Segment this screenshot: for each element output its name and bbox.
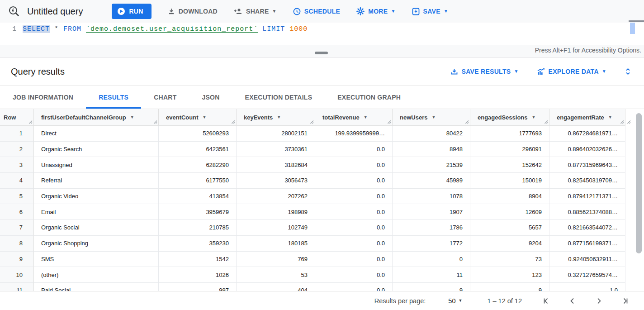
column-resize-handle[interactable] — [153, 119, 157, 124]
sort-caret-icon[interactable]: ▼ — [431, 115, 436, 119]
tab-chart[interactable]: CHART — [141, 86, 189, 109]
last-page-button[interactable] — [620, 296, 630, 306]
column-resize-handle[interactable] — [626, 119, 631, 124]
explore-data-button[interactable]: EXPLORE DATA ▼ — [537, 68, 606, 75]
next-page-button[interactable] — [593, 296, 604, 306]
tab-job-information[interactable]: JOB INFORMATION — [0, 86, 86, 109]
sort-caret-icon[interactable]: ▼ — [608, 115, 612, 119]
column-resize-handle[interactable] — [231, 119, 235, 124]
column-header-totalrevenue[interactable]: totalRevenue▼ — [315, 109, 393, 126]
sql-token — [50, 25, 54, 33]
column-header-engagedsessions[interactable]: engagedSessions▼ — [470, 109, 549, 126]
editor-toolbar: Untitled query RUN DOWNLOAD SHARE ▼ — [0, 0, 644, 23]
sort-caret-icon[interactable]: ▼ — [130, 115, 134, 119]
table-scrollbar[interactable] — [636, 113, 642, 253]
tab-execution-graph[interactable]: EXECUTION GRAPH — [325, 86, 413, 109]
table-row[interactable]: 10(other)1026530.0111230.327127659574… — [0, 267, 625, 283]
table-cell: 6423561 — [159, 142, 237, 157]
prev-page-button[interactable] — [567, 296, 578, 306]
table-row[interactable]: 11Paid Social9974040.0991.0 — [0, 283, 625, 291]
table-cell: 102749 — [237, 220, 315, 236]
column-resize-handle[interactable] — [464, 119, 469, 124]
table-cell: Email — [34, 204, 159, 220]
table-cell: Organic Shopping — [34, 236, 159, 252]
column-header-eventcount[interactable]: eventCount▼ — [159, 109, 237, 126]
share-button[interactable]: SHARE ▼ — [234, 8, 277, 15]
sql-token — [258, 25, 262, 33]
column-header-row[interactable]: Row — [0, 109, 34, 126]
table-cell: 1907 — [393, 204, 470, 220]
column-resize-handle[interactable] — [620, 119, 624, 124]
first-page-button[interactable] — [541, 296, 552, 306]
table-cell: 53 — [237, 267, 315, 283]
table-cell: 0.0 — [315, 220, 393, 236]
chevron-down-icon: ▼ — [458, 299, 462, 303]
column-header-engagementrate[interactable]: engagementRate▼ — [549, 109, 625, 126]
table-cell: Referral — [34, 173, 159, 189]
row-number: 7 — [0, 220, 34, 236]
table-cell: 150019 — [470, 173, 549, 189]
table-cell: 3730361 — [237, 142, 315, 157]
tab-results[interactable]: RESULTS — [86, 86, 141, 109]
table-row[interactable]: 2Organic Search642356137303610.089482960… — [0, 142, 625, 157]
schedule-button[interactable]: SCHEDULE — [293, 8, 340, 15]
column-header-firstuserdefaultchannelgroup[interactable]: firstUserDefaultChannelGroup▼ — [34, 109, 159, 126]
table-cell: 5657 — [470, 220, 549, 236]
table-cell: 0.0 — [315, 283, 393, 291]
table-cell: 207262 — [237, 189, 315, 205]
save-button[interactable]: SAVE ▼ — [412, 8, 449, 15]
column-header-newusers[interactable]: newUsers▼ — [393, 109, 470, 126]
table-cell: 0.879412171371… — [549, 189, 625, 205]
sort-caret-icon[interactable]: ▼ — [532, 115, 536, 119]
column-resize-handle[interactable] — [309, 119, 314, 124]
tab-execution-details[interactable]: EXECUTION DETAILS — [232, 86, 325, 109]
table-row[interactable]: 7Organic Social2107851027490.0178656570.… — [0, 220, 625, 236]
table-cell: 9204 — [470, 236, 549, 252]
tab-json[interactable]: JSON — [189, 86, 232, 109]
table-row[interactable]: 5Organic Video4138542072620.0107889040.8… — [0, 189, 625, 205]
page-size-select[interactable]: 50 ▼ — [448, 297, 462, 305]
table-cell: 52609293 — [159, 126, 237, 142]
first-page-icon — [543, 297, 550, 305]
column-resize-handle[interactable] — [544, 119, 548, 124]
save-results-button[interactable]: SAVE RESULTS ▼ — [450, 68, 519, 76]
table-cell: Organic Search — [34, 142, 159, 157]
run-button[interactable]: RUN — [112, 4, 151, 19]
explore-data-chart-icon — [537, 68, 545, 75]
table-row[interactable]: 8Organic Shopping3592301801850.017729204… — [0, 236, 625, 252]
table-row[interactable]: 1Direct5260929328002151199.9399959999…80… — [0, 126, 625, 142]
sql-token[interactable]: `demo.demoset.user_acquisition_report` — [86, 25, 258, 33]
more-button[interactable]: MORE ▼ — [356, 7, 395, 15]
column-resize-handle[interactable] — [387, 119, 391, 124]
sort-caret-icon[interactable]: ▼ — [277, 115, 281, 119]
expand-results-button[interactable] — [625, 67, 631, 76]
editor-scrollbar[interactable] — [630, 23, 635, 34]
chevron-down-icon: ▼ — [272, 9, 277, 14]
table-cell: 0.877315969643… — [549, 157, 625, 173]
table-row[interactable]: 3Unassigned628229031826840.0215391526420… — [0, 157, 625, 173]
table-cell: Unassigned — [34, 157, 159, 173]
sql-token: FROM — [63, 25, 81, 33]
table-row[interactable]: 9SMS15427690.00730.924050632911… — [0, 252, 625, 267]
sql-token — [81, 25, 86, 33]
sql-editor[interactable]: 1 SELECT * FROM `demo.demoset.user_acqui… — [0, 23, 644, 45]
column-resize-handle[interactable] — [28, 119, 33, 124]
sort-caret-icon[interactable]: ▼ — [364, 115, 368, 119]
sort-caret-icon[interactable]: ▼ — [203, 115, 207, 119]
sql-line[interactable]: SELECT * FROM `demo.demoset.user_acquisi… — [23, 25, 308, 33]
splitter-drag-handle[interactable] — [315, 52, 328, 54]
table-cell: 28002151 — [237, 126, 315, 142]
table-cell: 1.0 — [549, 283, 625, 291]
query-title: Untitled query — [27, 6, 83, 17]
table-cell: 0.896402032626… — [549, 142, 625, 157]
table-row[interactable]: 4Referral617755030564730.0459891500190.8… — [0, 173, 625, 189]
download-button[interactable]: DOWNLOAD — [168, 8, 218, 15]
table-cell: (other) — [34, 267, 159, 283]
table-row[interactable]: 6Email39596791989890.01907126090.8856213… — [0, 204, 625, 220]
column-header-keyevents[interactable]: keyEvents▼ — [237, 109, 315, 126]
table-cell: 6282290 — [159, 157, 237, 173]
row-number: 8 — [0, 236, 34, 252]
table-cell: 9 — [393, 283, 470, 291]
table-cell: 0.0 — [315, 189, 393, 205]
table-cell: 1542 — [159, 252, 237, 267]
